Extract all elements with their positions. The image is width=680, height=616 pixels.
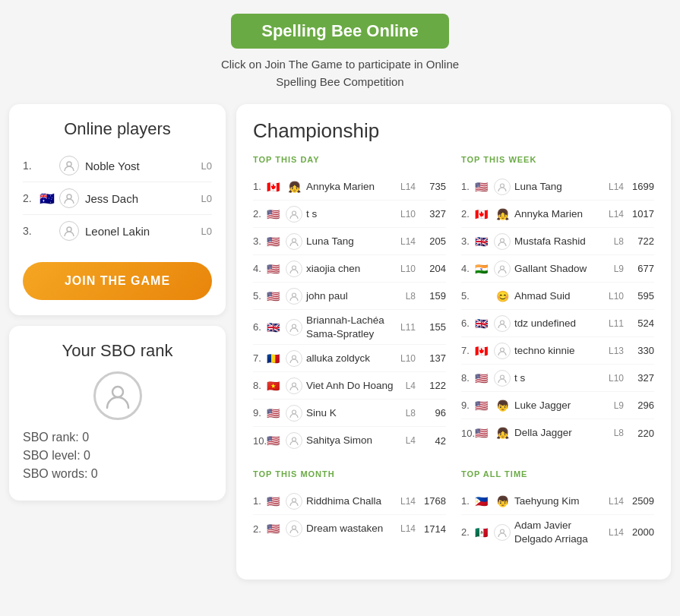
entry-flag: 🇺🇸 xyxy=(475,372,490,384)
entry-flag: 🇺🇸 xyxy=(267,434,282,447)
player-name: Jess Dach xyxy=(85,192,201,205)
section-header: TOP THIS MONTH xyxy=(253,469,446,482)
entry-score: 205 xyxy=(420,235,446,247)
entry-flag: 🇺🇸 xyxy=(267,407,282,419)
entry-score: 677 xyxy=(628,263,654,274)
player-number: 2. xyxy=(23,192,40,204)
entry-level: L10 xyxy=(609,291,624,302)
svg-point-19 xyxy=(293,498,296,502)
entry-name: t s xyxy=(514,371,609,385)
entry-flag: 🇨🇦 xyxy=(267,181,282,193)
entry-number: 5. xyxy=(461,290,475,302)
table-row: 9.🇺🇸👦Luke JaggerL9296 xyxy=(461,392,654,419)
entry-name: techno kinnie xyxy=(514,344,609,358)
section-header: TOP THIS WEEK xyxy=(461,155,654,167)
entry-number: 4. xyxy=(253,263,267,274)
svg-point-8 xyxy=(293,324,296,328)
section-header: TOP ALL TIME xyxy=(461,469,654,482)
entry-level: L11 xyxy=(400,322,416,333)
entry-name: xiaojia chen xyxy=(306,262,400,276)
entry-number: 8. xyxy=(461,372,475,384)
entry-avatar xyxy=(286,377,302,394)
table-row: 9.🇺🇸Sinu KL896 xyxy=(253,400,446,427)
entry-avatar xyxy=(494,343,511,359)
entry-score: 155 xyxy=(420,321,446,333)
table-row: 2.🇺🇸t sL10327 xyxy=(253,201,446,228)
entry-score: 137 xyxy=(420,352,446,364)
svg-point-14 xyxy=(501,239,504,242)
entry-level: L14 xyxy=(609,496,624,507)
entry-number: 1. xyxy=(461,495,475,507)
entry-avatar xyxy=(494,178,511,195)
entry-flag: 🇺🇸 xyxy=(475,181,490,193)
table-row: 7.🇷🇴alluka zoldyckL10137 xyxy=(253,345,446,372)
entry-name: Ahmad Suid xyxy=(514,289,609,303)
championship-panel: Championship TOP THIS DAY1.🇨🇦👧Annyka Mar… xyxy=(236,104,671,580)
entry-score: 595 xyxy=(628,290,654,302)
table-row: 10.🇺🇸👧Della JaggerL8220 xyxy=(461,419,654,447)
entry-avatar: 😊 xyxy=(494,288,511,305)
svg-point-18 xyxy=(501,375,504,379)
entry-number: 2. xyxy=(461,208,475,220)
entry-flag: 🇺🇸 xyxy=(475,427,490,439)
champ-section-top_this_day: TOP THIS DAY1.🇨🇦👧Annyka MarienL147352.🇺🇸… xyxy=(253,155,446,454)
player-flag xyxy=(40,160,56,172)
svg-point-12 xyxy=(293,438,296,441)
entry-avatar: 👧 xyxy=(494,425,511,441)
list-item: 1.Noble YostL0 xyxy=(23,150,212,182)
entry-number: 4. xyxy=(461,263,475,274)
entry-number: 6. xyxy=(461,317,475,329)
player-level: L0 xyxy=(201,193,212,204)
entry-flag: 🇷🇴 xyxy=(267,352,282,365)
entry-number: 10. xyxy=(253,435,267,447)
entry-avatar xyxy=(286,493,302,510)
entry-name: john paul xyxy=(306,289,406,303)
entry-score: 1699 xyxy=(628,181,654,192)
entry-number: 3. xyxy=(253,235,267,247)
sbo-avatar xyxy=(93,371,142,420)
entry-level: L4 xyxy=(406,435,416,446)
entry-level: L10 xyxy=(400,353,416,364)
entry-avatar: 👦 xyxy=(494,493,511,510)
entry-flag: 🇨🇦 xyxy=(475,345,490,357)
svg-point-15 xyxy=(501,266,504,270)
table-row: 1.🇵🇭👦Taehyung KimL142509 xyxy=(461,488,654,515)
entry-score: 220 xyxy=(628,428,654,439)
entry-number: 1. xyxy=(253,181,267,192)
entry-avatar xyxy=(494,261,511,277)
sbo-level-stat: SBO level: 0 xyxy=(23,449,212,463)
join-game-button[interactable]: JOIN THE GAME xyxy=(23,262,212,300)
entry-name: Della Jagger xyxy=(514,426,614,440)
entry-name: Dream wastaken xyxy=(306,522,400,535)
entry-name: Sinu K xyxy=(306,406,406,420)
entry-flag: 🇺🇸 xyxy=(267,495,282,507)
section-header: TOP THIS DAY xyxy=(253,155,446,167)
player-avatar xyxy=(59,221,79,241)
table-row: 2.🇨🇦👧Annyka MarienL141017 xyxy=(461,201,654,228)
svg-point-1 xyxy=(67,194,71,199)
table-row: 8.🇻🇳Viet Anh Do HoangL4122 xyxy=(253,372,446,400)
entry-name: Annyka Marien xyxy=(306,180,400,194)
entry-name: Luke Jagger xyxy=(514,399,614,412)
sbo-rank-stat: SBO rank: 0 xyxy=(23,431,212,444)
entry-level: L10 xyxy=(609,373,624,384)
entry-avatar xyxy=(286,206,302,223)
sbo-rank-title: Your SBO rank xyxy=(23,341,212,361)
entry-avatar: 👧 xyxy=(494,206,511,223)
table-row: 3.🇬🇧Mustafa RashidL8722 xyxy=(461,228,654,255)
entry-flag: 🇲🇽 xyxy=(475,526,490,539)
entry-name: t s xyxy=(306,207,400,221)
player-level: L0 xyxy=(201,226,212,237)
sbo-rank-card: Your SBO rank SBO rank: 0 SBO level: 0 S… xyxy=(9,326,226,501)
player-avatar xyxy=(59,156,79,175)
player-flag: 🇦🇺 xyxy=(40,192,56,204)
svg-point-4 xyxy=(293,211,296,215)
entry-score: 159 xyxy=(420,290,446,302)
entry-level: L10 xyxy=(400,264,416,274)
entry-flag: 🇻🇳 xyxy=(267,380,282,392)
table-row: 4.🇮🇳Gallant ShadowL9677 xyxy=(461,255,654,283)
subtitle: Click on Join The Game to participate in… xyxy=(0,56,680,90)
entry-flag: 🇺🇸 xyxy=(267,523,282,535)
entry-avatar: 👧 xyxy=(286,178,302,195)
entry-level: L14 xyxy=(609,209,624,220)
